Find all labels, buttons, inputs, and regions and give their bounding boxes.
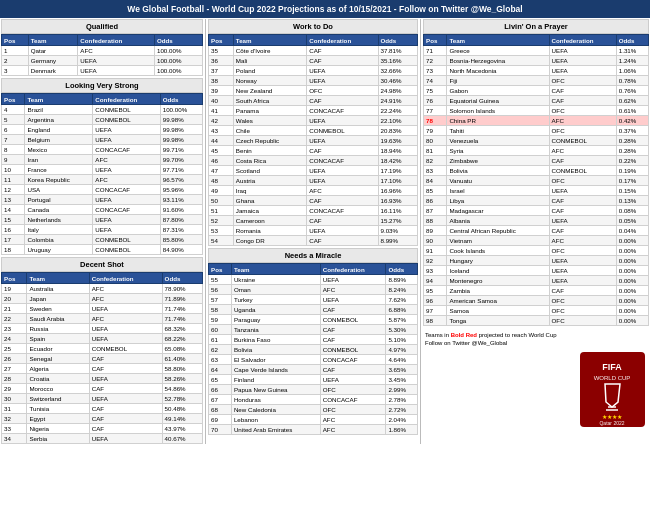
odds-cell: 68.22%	[162, 334, 202, 344]
pos-cell: 12	[2, 185, 25, 195]
odds-cell: 1.06%	[616, 66, 648, 76]
table-row: 15NetherlandsUEFA87.80%	[2, 215, 203, 225]
table-row: 80VenezuelaCONMEBOL0.28%	[424, 136, 649, 146]
col-conf: Confederation	[307, 35, 378, 46]
odds-cell: 3.65%	[386, 365, 418, 375]
team-cell: Oman	[231, 285, 320, 295]
pos-cell: 38	[209, 76, 234, 86]
odds-cell: 71.74%	[162, 304, 202, 314]
team-cell: Equatorial Guinea	[447, 96, 549, 106]
odds-cell: 18.42%	[378, 156, 418, 166]
conf-cell: CONCACAF	[307, 206, 378, 216]
odds-cell: 24.91%	[378, 96, 418, 106]
odds-cell: 20.83%	[378, 126, 418, 136]
livin-prayer-title: Livin' On a Prayer	[423, 19, 649, 34]
team-cell: New Zealand	[233, 86, 306, 96]
pos-cell: 43	[209, 126, 234, 136]
conf-cell: AFC	[320, 425, 386, 435]
team-cell: Switzerland	[27, 394, 89, 404]
table-row: 30SwitzerlandUEFA52.78%	[2, 394, 203, 404]
team-cell: Venezuela	[447, 136, 549, 146]
team-cell: Belgium	[25, 135, 93, 145]
col-conf: Confederation	[549, 35, 616, 46]
table-row: 97SamoaOFC0.00%	[424, 306, 649, 316]
table-row: 64Cape Verde IslandsCAF3.65%	[209, 365, 418, 375]
conf-cell: UEFA	[307, 76, 378, 86]
conf-cell: OFC	[549, 296, 616, 306]
team-cell: Tonga	[447, 316, 549, 326]
table-row: 8MexicoCONCACAF99.71%	[2, 145, 203, 155]
table-row: 13PortugalUEFA93.11%	[2, 195, 203, 205]
table-row: 84VanuatuOFC0.17%	[424, 176, 649, 186]
table-row: 28CroatiaUEFA58.26%	[2, 374, 203, 384]
table-row: 57TurkeyUEFA7.62%	[209, 295, 418, 305]
conf-cell: AFC	[89, 294, 162, 304]
team-cell: Saudi Arabia	[27, 314, 89, 324]
conf-cell: UEFA	[549, 56, 616, 66]
table-row: 35Côte d'IvoireCAF37.81%	[209, 46, 418, 56]
team-cell: Germany	[28, 56, 78, 66]
odds-cell: 96.57%	[160, 175, 202, 185]
conf-cell: CAF	[89, 424, 162, 434]
svg-text:Qatar 2022: Qatar 2022	[599, 420, 624, 426]
pos-cell: 21	[2, 304, 27, 314]
work-to-do-section: Work to Do Pos Team Confederation Odds 3…	[208, 19, 418, 246]
table-row: 67HondurasCONCACAF2.78%	[209, 395, 418, 405]
team-cell: Greece	[447, 46, 549, 56]
col-team: Team	[25, 94, 93, 105]
odds-cell: 24.98%	[378, 86, 418, 96]
pos-cell: 53	[209, 226, 234, 236]
pos-cell: 11	[2, 175, 25, 185]
odds-cell: 87.31%	[160, 225, 202, 235]
left-column: Qualified Pos Team Confederation Odds 1Q…	[1, 19, 206, 444]
table-row: 58UgandaCAF6.88%	[209, 305, 418, 315]
table-row: 71GreeceUEFA1.31%	[424, 46, 649, 56]
team-cell: Libya	[447, 196, 549, 206]
conf-cell: AFC	[549, 146, 616, 156]
table-row: 63El SalvadorCONCACAF4.64%	[209, 355, 418, 365]
odds-cell: 0.19%	[616, 166, 648, 176]
looking-strong-section: Looking Very Strong Pos Team Confederati…	[1, 78, 203, 255]
pos-cell: 73	[424, 66, 447, 76]
odds-cell: 43.97%	[162, 424, 202, 434]
team-cell: Cameroon	[233, 216, 306, 226]
pos-cell: 50	[209, 196, 234, 206]
team-cell: Poland	[233, 66, 306, 76]
odds-cell: 0.37%	[616, 126, 648, 136]
odds-cell: 0.00%	[616, 256, 648, 266]
table-row: 78China PRAFC0.42%	[424, 116, 649, 126]
pos-cell: 85	[424, 186, 447, 196]
pos-cell: 63	[209, 355, 232, 365]
pos-cell: 13	[2, 195, 25, 205]
col-pos: Pos	[209, 264, 232, 275]
table-row: 20JapanAFC71.89%	[2, 294, 203, 304]
pos-cell: 80	[424, 136, 447, 146]
table-row: 60TanzaniaCAF5.30%	[209, 325, 418, 335]
conf-cell: CONMEBOL	[93, 105, 160, 115]
table-row: 16ItalyUEFA87.31%	[2, 225, 203, 235]
pos-cell: 35	[209, 46, 234, 56]
needs-miracle-title: Needs a Miracle	[208, 248, 418, 263]
odds-cell: 0.00%	[616, 296, 648, 306]
table-row: 81SyriaAFC0.28%	[424, 146, 649, 156]
conf-cell: UEFA	[89, 304, 162, 314]
table-row: 6EnglandUEFA99.98%	[2, 125, 203, 135]
odds-cell: 91.60%	[160, 205, 202, 215]
col-pos: Pos	[209, 35, 234, 46]
odds-cell: 0.76%	[616, 86, 648, 96]
livin-prayer-section: Livin' On a Prayer Pos Team Confederatio…	[423, 19, 649, 326]
odds-cell: 0.05%	[616, 216, 648, 226]
table-row: 2GermanyUEFA100.00%	[2, 56, 203, 66]
pos-cell: 93	[424, 266, 447, 276]
conf-cell: CAF	[307, 56, 378, 66]
team-cell: Netherlands	[25, 215, 93, 225]
table-row: 54Congo DRCAF8.99%	[209, 236, 418, 246]
odds-cell: 0.13%	[616, 196, 648, 206]
table-row: 42WalesUEFA22.10%	[209, 116, 418, 126]
odds-cell: 99.98%	[160, 135, 202, 145]
conf-cell: UEFA	[307, 166, 378, 176]
team-cell: Italy	[25, 225, 93, 235]
pos-cell: 86	[424, 196, 447, 206]
odds-cell: 8.89%	[386, 275, 418, 285]
qualified-section: Qualified Pos Team Confederation Odds 1Q…	[1, 19, 203, 76]
